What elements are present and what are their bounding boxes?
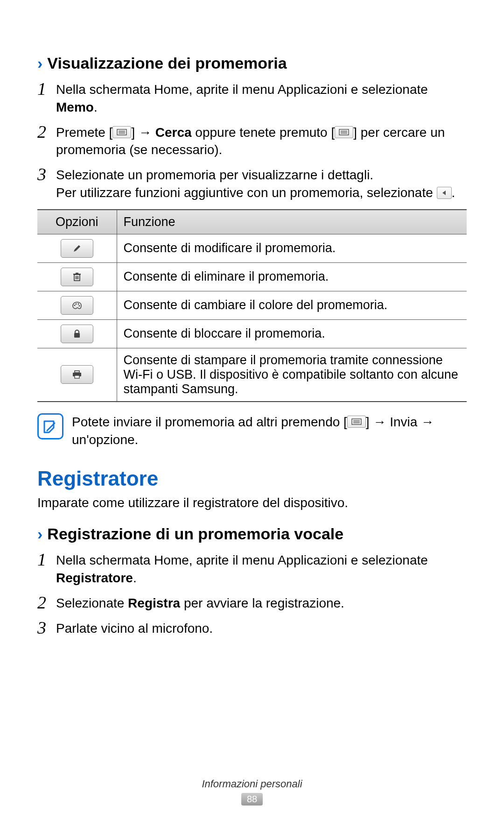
step-item: 2 Selezionate Registra per avviare la re…	[37, 594, 467, 612]
table-row: Consente di stampare il promemoria trami…	[37, 348, 467, 402]
step-number: 2	[37, 594, 56, 611]
svg-point-17	[77, 303, 79, 304]
svg-rect-14	[76, 273, 78, 274]
step-item: 3 Parlate vicino al microfono.	[37, 620, 467, 637]
step-number: 3	[37, 619, 56, 636]
page-content: › Visualizzazione dei promemoria 1 Nella…	[0, 0, 504, 672]
step-number: 2	[37, 123, 56, 141]
svg-marker-8	[442, 191, 446, 195]
menu-icon	[112, 126, 131, 138]
menu-icon	[347, 416, 366, 428]
table-head-options: Opzioni	[37, 210, 117, 234]
main-heading-recorder: Registratore	[37, 467, 467, 490]
printer-icon	[61, 365, 93, 384]
trash-icon	[61, 268, 93, 286]
footer-category: Informazioni personali	[0, 778, 504, 790]
table-head-function: Funzione	[117, 210, 467, 234]
step-body: Parlate vicino al microfono.	[56, 620, 467, 637]
page-footer: Informazioni personali 88	[0, 778, 504, 806]
note-text: Potete inviare il promemoria ad altri pr…	[72, 413, 467, 449]
options-table: Opzioni Funzione Consente di modificare …	[37, 209, 467, 402]
svg-rect-13	[73, 274, 81, 275]
step-number: 1	[37, 551, 56, 568]
svg-point-15	[74, 304, 75, 306]
table-row: Consente di bloccare il promemoria.	[37, 319, 467, 348]
table-row: Consente di cambiare il colore del prome…	[37, 291, 467, 319]
note-block: Potete inviare il promemoria ad altri pr…	[37, 413, 467, 449]
chevron-icon: ›	[37, 525, 42, 543]
subheading-text: Registrazione di un promemoria vocale	[47, 525, 343, 543]
svg-rect-19	[74, 333, 80, 338]
svg-rect-20	[75, 371, 79, 373]
subheading-record-voice: › Registrazione di un promemoria vocale	[37, 525, 467, 543]
table-row: Consente di modificare il promemoria.	[37, 234, 467, 262]
subheading-text: Visualizzazione dei promemoria	[47, 54, 287, 72]
svg-point-18	[78, 305, 80, 306]
pencil-icon	[61, 239, 93, 258]
step-number: 1	[37, 80, 56, 98]
table-row: Consente di eliminare il promemoria.	[37, 262, 467, 291]
step-body: Nella schermata Home, aprite il menu App…	[56, 81, 467, 116]
step-item: 2 Premete [] → Cerca oppure tenete premu…	[37, 124, 467, 159]
page-number: 88	[241, 793, 263, 806]
step-number: 3	[37, 165, 56, 183]
svg-rect-22	[75, 375, 79, 378]
subheading-view-memos: › Visualizzazione dei promemoria	[37, 54, 467, 72]
svg-point-16	[75, 303, 77, 304]
palette-icon	[61, 296, 93, 315]
step-body: Selezionate un promemoria per visualizza…	[56, 166, 467, 202]
note-icon	[37, 413, 63, 439]
step-body: Premete [] → Cerca oppure tenete premuto…	[56, 124, 467, 159]
step-item: 1 Nella schermata Home, aprite il menu A…	[37, 81, 467, 116]
step-item: 3 Selezionate un promemoria per visualiz…	[37, 166, 467, 202]
left-triangle-icon	[437, 187, 452, 199]
step-body: Nella schermata Home, aprite il menu App…	[56, 551, 467, 587]
lock-icon	[61, 325, 93, 343]
menu-icon	[335, 126, 353, 138]
step-body: Selezionate Registra per avviare la regi…	[56, 594, 467, 612]
step-item: 1 Nella schermata Home, aprite il menu A…	[37, 551, 467, 587]
chevron-icon: ›	[37, 54, 42, 72]
intro-text: Imparate come utilizzare il registratore…	[37, 494, 467, 512]
